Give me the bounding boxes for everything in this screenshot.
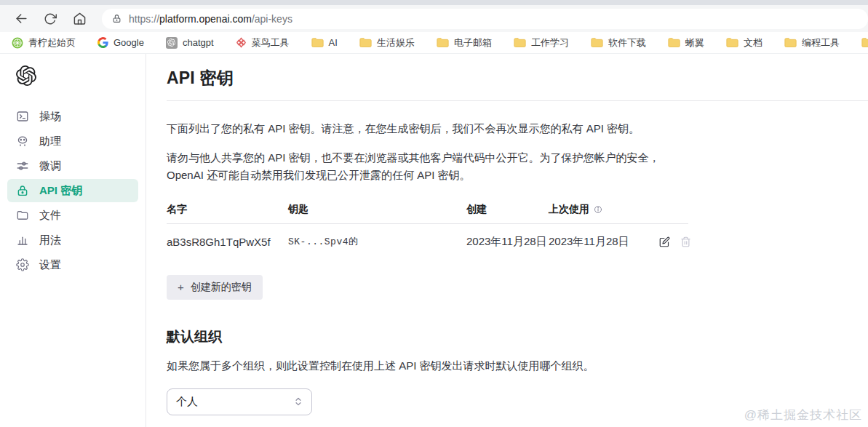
plus-icon: + — [178, 281, 184, 293]
playground-icon — [16, 110, 29, 123]
bookmark-item[interactable]: AI — [311, 37, 338, 48]
openai-logo-icon[interactable] — [16, 65, 146, 86]
sidebar-item-fine-tuning[interactable]: 微调 — [7, 154, 138, 177]
refresh-icon[interactable] — [38, 8, 63, 30]
api-keys-table: 名字 钥匙 创建 上次使用 aB3sR8Gh1TqPwX5f SK-...Spv… — [167, 203, 688, 256]
info-icon[interactable] — [594, 205, 602, 214]
org-select-value: 个人 — [176, 395, 198, 409]
table-header-row: 名字 钥匙 创建 上次使用 — [167, 203, 688, 224]
chevron-up-down-icon — [294, 396, 303, 407]
folder-icon — [359, 37, 372, 48]
folder-icon — [668, 37, 680, 48]
key-last-used: 2023年11月28日 — [549, 235, 659, 249]
folder-icon — [514, 37, 526, 48]
edit-icon[interactable] — [659, 236, 670, 247]
folder-icon — [311, 37, 324, 48]
bookmark-item[interactable]: 文档 — [726, 36, 763, 49]
bookmark-item[interactable]: 考试 — [861, 36, 868, 49]
browser-toolbar: https://platform.openai.com/api-keys — [0, 5, 868, 32]
sidebar-item-assistants[interactable]: 助理 — [7, 129, 138, 153]
bookmark-label: 电子邮箱 — [454, 36, 492, 49]
bookmark-item[interactable]: 蜥翼 — [668, 36, 704, 49]
folder-icon — [591, 37, 603, 48]
create-key-label: 创建新的密钥 — [191, 281, 252, 294]
intro-paragraph-2: 请勿与他人共享您的 API 密钥，也不要在浏览器或其他客户端代码中公开它。为了保… — [167, 149, 695, 183]
bookmark-item[interactable]: 软件下载 — [591, 36, 646, 49]
bookmark-label: 生活娱乐 — [377, 36, 415, 49]
bookmark-label: 文档 — [744, 36, 763, 49]
sidebar-item-usage[interactable]: 用法 — [7, 228, 138, 252]
folder-icon — [726, 37, 738, 48]
bookmark-item[interactable]: 工作学习 — [514, 36, 569, 49]
home-icon[interactable] — [67, 8, 92, 30]
sidebar-item-api-keys[interactable]: API 密钥 — [7, 179, 138, 202]
window-top-strip — [0, 0, 868, 5]
table-row: aB3sR8Gh1TqPwX5f SK-...Spv4的 2023年11月28日… — [167, 224, 688, 256]
lime-icon — [12, 37, 23, 49]
col-header-name: 名字 — [167, 203, 288, 216]
bookmark-item[interactable]: 菜鸟工具 — [236, 36, 290, 49]
page-body: 操场 助理 微调 API 密钥 文件 用法 — [0, 54, 868, 427]
bookmark-label: Google — [114, 37, 144, 48]
watermark: @稀土掘金技术社区 — [744, 407, 862, 423]
assistants-icon — [16, 135, 29, 148]
sidebar-item-label: 操场 — [39, 110, 61, 124]
url-text: https://platform.openai.com/api-keys — [129, 13, 292, 25]
bookmarks-bar: 青柠起始页 Google chatgpt 菜鸟工具 AI 生活娱乐 电子邮箱 工… — [0, 32, 868, 54]
sidebar-item-label: 助理 — [39, 135, 61, 148]
default-org-description: 如果您属于多个组织，则此设置控制在使用上述 API 密钥发出请求时默认使用哪个组… — [167, 359, 695, 373]
usage-icon — [16, 234, 29, 247]
address-bar[interactable]: https://platform.openai.com/api-keys — [102, 9, 868, 29]
sidebar-item-label: 设置 — [39, 258, 61, 272]
col-header-last-used: 上次使用 — [549, 203, 659, 216]
lock-icon — [112, 14, 122, 23]
sidebar-item-settings[interactable]: 设置 — [7, 253, 138, 276]
col-header-created: 创建 — [466, 203, 549, 216]
row-actions — [659, 236, 688, 247]
bookmark-item[interactable]: chatgpt — [166, 37, 214, 49]
intro-paragraph-1: 下面列出了您的私有 API 密钥。请注意，在您生成密钥后，我们不会再次显示您的私… — [167, 120, 695, 137]
sidebar-item-label: 微调 — [39, 159, 61, 173]
settings-gear-icon — [16, 258, 29, 271]
url-domain: platform.openai.com — [159, 13, 252, 25]
sidebar-item-label: 文件 — [39, 209, 61, 223]
back-icon[interactable] — [9, 8, 33, 30]
bookmark-item[interactable]: 电子邮箱 — [437, 36, 492, 49]
fine-tuning-icon — [16, 159, 29, 172]
bookmark-label: 蜥翼 — [685, 36, 704, 49]
google-icon — [97, 37, 108, 48]
bookmark-label: 青柠起始页 — [28, 36, 76, 49]
bookmark-label: AI — [329, 37, 338, 48]
trash-icon[interactable] — [680, 236, 691, 247]
key-value: SK-...Spv4的 — [288, 235, 466, 248]
cainiao-icon — [236, 37, 247, 48]
folder-icon — [437, 37, 449, 48]
bookmark-label: 软件下载 — [608, 36, 646, 49]
url-path: /api-keys — [252, 13, 292, 25]
default-org-title: 默认组织 — [167, 327, 868, 346]
main-content: API 密钥 下面列出了您的私有 API 密钥。请注意，在您生成密钥后，我们不会… — [146, 54, 868, 427]
sidebar-item-label: API 密钥 — [39, 184, 82, 198]
bookmark-item[interactable]: 编程工具 — [784, 36, 840, 49]
key-name: aB3sR8Gh1TqPwX5f — [167, 236, 288, 248]
files-icon — [16, 209, 29, 222]
folder-icon — [784, 37, 797, 48]
sidebar-item-playground[interactable]: 操场 — [7, 105, 138, 128]
title-divider — [167, 100, 868, 101]
bookmark-label: 编程工具 — [802, 36, 840, 49]
bookmark-label: 工作学习 — [531, 36, 569, 49]
bookmark-label: 菜鸟工具 — [252, 36, 290, 49]
url-scheme: https:// — [129, 13, 159, 25]
openai-icon — [166, 37, 178, 49]
sidebar-item-files[interactable]: 文件 — [7, 204, 138, 227]
api-keys-lock-icon — [16, 184, 29, 197]
create-key-button[interactable]: + 创建新的密钥 — [167, 275, 263, 300]
org-select[interactable]: 个人 — [167, 388, 312, 415]
sidebar: 操场 助理 微调 API 密钥 文件 用法 — [0, 54, 146, 427]
bookmark-item[interactable]: Google — [97, 37, 144, 48]
col-header-key: 钥匙 — [288, 203, 466, 216]
bookmark-item[interactable]: 生活娱乐 — [359, 36, 415, 49]
bookmark-label: chatgpt — [183, 37, 214, 48]
folder-icon — [861, 37, 868, 48]
bookmark-item[interactable]: 青柠起始页 — [12, 36, 76, 49]
